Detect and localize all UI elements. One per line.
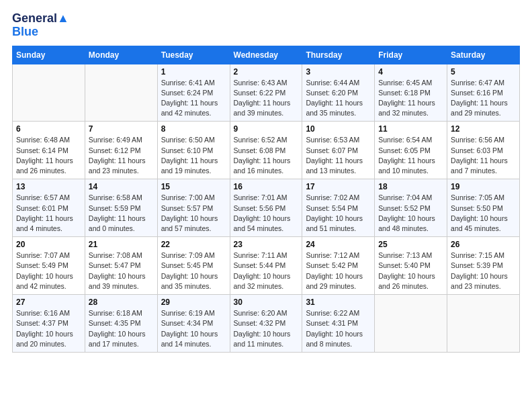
calendar-cell — [375, 295, 447, 353]
day-number: 17 — [306, 182, 371, 191]
day-info: Sunrise: 6:52 AM Sunset: 6:08 PM Dayligh… — [234, 135, 299, 176]
day-number: 6 — [16, 124, 81, 134]
day-info: Sunrise: 6:57 AM Sunset: 6:01 PM Dayligh… — [16, 193, 81, 234]
day-info: Sunrise: 7:08 AM Sunset: 5:47 PM Dayligh… — [89, 250, 154, 291]
calendar-cell: 2Sunrise: 6:43 AM Sunset: 6:22 PM Daylig… — [230, 64, 302, 122]
calendar-cell: 6Sunrise: 6:48 AM Sunset: 6:14 PM Daylig… — [13, 122, 85, 179]
calendar-cell: 21Sunrise: 7:08 AM Sunset: 5:47 PM Dayli… — [85, 237, 157, 295]
day-info: Sunrise: 6:18 AM Sunset: 4:35 PM Dayligh… — [89, 308, 154, 349]
day-number: 27 — [16, 298, 81, 307]
day-info: Sunrise: 6:50 AM Sunset: 6:10 PM Dayligh… — [161, 135, 226, 176]
calendar-cell: 3Sunrise: 6:44 AM Sunset: 6:20 PM Daylig… — [302, 64, 375, 122]
calendar-cell: 13Sunrise: 6:57 AM Sunset: 6:01 PM Dayli… — [13, 179, 85, 237]
calendar-cell: 8Sunrise: 6:50 AM Sunset: 6:10 PM Daylig… — [157, 122, 230, 179]
calendar-cell: 1Sunrise: 6:41 AM Sunset: 6:24 PM Daylig… — [157, 64, 230, 122]
day-number: 25 — [378, 240, 443, 249]
calendar-cell: 23Sunrise: 7:11 AM Sunset: 5:44 PM Dayli… — [230, 237, 302, 295]
col-header-sunday: Sunday — [13, 46, 85, 64]
logo-text: General▲ Blue — [12, 12, 69, 39]
col-header-saturday: Saturday — [447, 46, 520, 64]
calendar-cell — [85, 64, 157, 122]
day-info: Sunrise: 7:02 AM Sunset: 5:54 PM Dayligh… — [306, 193, 371, 234]
day-info: Sunrise: 7:09 AM Sunset: 5:45 PM Dayligh… — [161, 250, 226, 291]
day-info: Sunrise: 6:56 AM Sunset: 6:03 PM Dayligh… — [451, 135, 516, 176]
calendar-cell: 31Sunrise: 6:22 AM Sunset: 4:31 PM Dayli… — [302, 295, 375, 353]
calendar-cell: 4Sunrise: 6:45 AM Sunset: 6:18 PM Daylig… — [375, 64, 447, 122]
calendar-cell: 26Sunrise: 7:15 AM Sunset: 5:39 PM Dayli… — [447, 237, 520, 295]
day-number: 10 — [306, 124, 371, 134]
day-info: Sunrise: 6:20 AM Sunset: 4:32 PM Dayligh… — [234, 308, 299, 349]
day-number: 11 — [378, 124, 443, 134]
day-number: 21 — [89, 240, 154, 249]
day-number: 22 — [161, 240, 226, 249]
calendar-cell: 22Sunrise: 7:09 AM Sunset: 5:45 PM Dayli… — [157, 237, 230, 295]
day-info: Sunrise: 7:05 AM Sunset: 5:50 PM Dayligh… — [451, 193, 516, 234]
day-info: Sunrise: 6:43 AM Sunset: 6:22 PM Dayligh… — [234, 78, 299, 119]
day-info: Sunrise: 7:11 AM Sunset: 5:44 PM Dayligh… — [234, 250, 299, 291]
calendar-week-row: 20Sunrise: 7:07 AM Sunset: 5:49 PM Dayli… — [13, 237, 520, 295]
logo: General▲ Blue — [12, 12, 69, 39]
day-info: Sunrise: 6:58 AM Sunset: 5:59 PM Dayligh… — [89, 193, 154, 234]
day-number: 8 — [161, 124, 226, 134]
day-number: 13 — [16, 182, 81, 191]
calendar-cell: 9Sunrise: 6:52 AM Sunset: 6:08 PM Daylig… — [230, 122, 302, 179]
calendar-cell: 14Sunrise: 6:58 AM Sunset: 5:59 PM Dayli… — [85, 179, 157, 237]
day-number: 23 — [234, 240, 299, 249]
day-info: Sunrise: 6:16 AM Sunset: 4:37 PM Dayligh… — [16, 308, 81, 349]
day-number: 24 — [306, 240, 371, 249]
day-info: Sunrise: 7:15 AM Sunset: 5:39 PM Dayligh… — [451, 250, 516, 291]
calendar-cell: 11Sunrise: 6:54 AM Sunset: 6:05 PM Dayli… — [375, 122, 447, 179]
day-number: 14 — [89, 182, 154, 191]
col-header-friday: Friday — [375, 46, 447, 64]
day-info: Sunrise: 6:54 AM Sunset: 6:05 PM Dayligh… — [378, 135, 443, 176]
calendar-cell: 12Sunrise: 6:56 AM Sunset: 6:03 PM Dayli… — [447, 122, 520, 179]
day-info: Sunrise: 7:00 AM Sunset: 5:57 PM Dayligh… — [161, 193, 226, 234]
day-number: 31 — [306, 298, 371, 307]
calendar-cell — [447, 295, 520, 353]
calendar-cell: 5Sunrise: 6:47 AM Sunset: 6:16 PM Daylig… — [447, 64, 520, 122]
day-number: 16 — [234, 182, 299, 191]
day-number: 28 — [89, 298, 154, 307]
day-number: 7 — [89, 124, 154, 134]
day-number: 18 — [378, 182, 443, 191]
calendar-table: SundayMondayTuesdayWednesdayThursdayFrid… — [12, 46, 520, 353]
calendar-cell: 30Sunrise: 6:20 AM Sunset: 4:32 PM Dayli… — [230, 295, 302, 353]
day-number: 26 — [451, 240, 516, 249]
day-info: Sunrise: 7:07 AM Sunset: 5:49 PM Dayligh… — [16, 250, 81, 291]
day-number: 9 — [234, 124, 299, 134]
calendar-cell: 10Sunrise: 6:53 AM Sunset: 6:07 PM Dayli… — [302, 122, 375, 179]
calendar-cell: 17Sunrise: 7:02 AM Sunset: 5:54 PM Dayli… — [302, 179, 375, 237]
calendar-cell: 20Sunrise: 7:07 AM Sunset: 5:49 PM Dayli… — [13, 237, 85, 295]
day-number: 2 — [234, 67, 299, 77]
day-info: Sunrise: 7:13 AM Sunset: 5:40 PM Dayligh… — [378, 250, 443, 291]
day-info: Sunrise: 6:47 AM Sunset: 6:16 PM Dayligh… — [451, 78, 516, 119]
day-number: 3 — [306, 67, 371, 77]
day-info: Sunrise: 6:41 AM Sunset: 6:24 PM Dayligh… — [161, 78, 226, 119]
calendar-week-row: 1Sunrise: 6:41 AM Sunset: 6:24 PM Daylig… — [13, 64, 520, 122]
calendar-cell: 18Sunrise: 7:04 AM Sunset: 5:52 PM Dayli… — [375, 179, 447, 237]
day-info: Sunrise: 6:49 AM Sunset: 6:12 PM Dayligh… — [89, 135, 154, 176]
col-header-wednesday: Wednesday — [230, 46, 302, 64]
calendar-cell: 7Sunrise: 6:49 AM Sunset: 6:12 PM Daylig… — [85, 122, 157, 179]
col-header-monday: Monday — [85, 46, 157, 64]
day-info: Sunrise: 6:48 AM Sunset: 6:14 PM Dayligh… — [16, 135, 81, 176]
calendar-week-row: 6Sunrise: 6:48 AM Sunset: 6:14 PM Daylig… — [13, 122, 520, 179]
day-info: Sunrise: 7:04 AM Sunset: 5:52 PM Dayligh… — [378, 193, 443, 234]
calendar-cell: 25Sunrise: 7:13 AM Sunset: 5:40 PM Dayli… — [375, 237, 447, 295]
col-header-tuesday: Tuesday — [157, 46, 230, 64]
calendar-cell: 16Sunrise: 7:01 AM Sunset: 5:56 PM Dayli… — [230, 179, 302, 237]
day-number: 20 — [16, 240, 81, 249]
day-number: 12 — [451, 124, 516, 134]
calendar-cell: 19Sunrise: 7:05 AM Sunset: 5:50 PM Dayli… — [447, 179, 520, 237]
day-number: 5 — [451, 67, 516, 77]
day-number: 15 — [161, 182, 226, 191]
col-header-thursday: Thursday — [302, 46, 375, 64]
day-number: 4 — [378, 67, 443, 77]
calendar-header-row: SundayMondayTuesdayWednesdayThursdayFrid… — [13, 46, 520, 64]
day-number: 19 — [451, 182, 516, 191]
calendar-week-row: 13Sunrise: 6:57 AM Sunset: 6:01 PM Dayli… — [13, 179, 520, 237]
calendar-cell: 29Sunrise: 6:19 AM Sunset: 4:34 PM Dayli… — [157, 295, 230, 353]
day-info: Sunrise: 6:44 AM Sunset: 6:20 PM Dayligh… — [306, 78, 371, 119]
day-info: Sunrise: 6:53 AM Sunset: 6:07 PM Dayligh… — [306, 135, 371, 176]
day-info: Sunrise: 6:19 AM Sunset: 4:34 PM Dayligh… — [161, 308, 226, 349]
